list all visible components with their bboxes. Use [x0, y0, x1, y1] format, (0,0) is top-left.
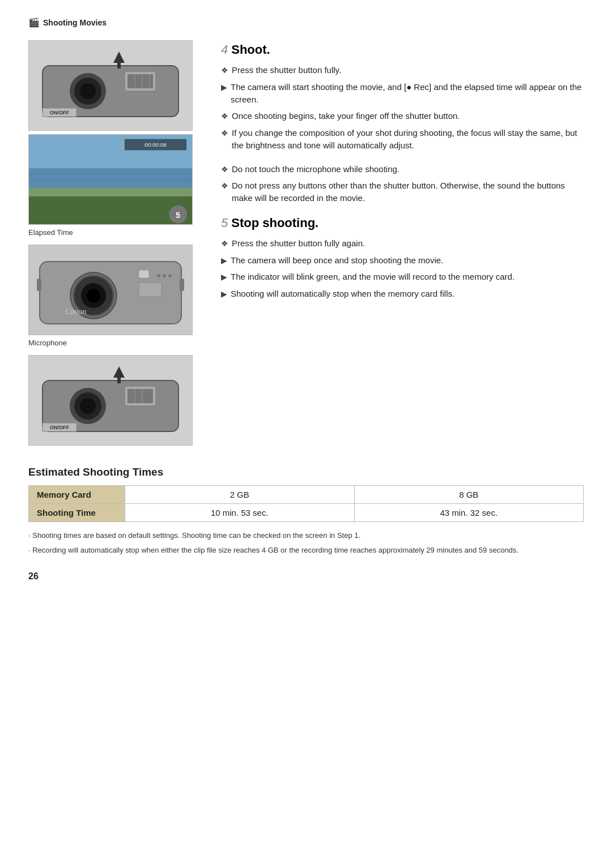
estimated-times-section: Estimated Shooting Times Memory Card 2 G…: [28, 466, 584, 555]
svg-text:Canon: Canon: [65, 307, 86, 316]
camera-front-view-image: Canon: [28, 245, 193, 335]
bullet-text-10: Shooting will automatically stop when th…: [231, 288, 584, 300]
page-header: 🎬 Shooting Movies: [28, 17, 584, 28]
microphone-caption: Microphone: [28, 339, 204, 347]
svg-marker-44: [113, 366, 125, 378]
svg-marker-5: [113, 52, 125, 63]
shoot-heading: 4 Shoot.: [221, 42, 584, 57]
bullet-item: ❖ Do not press any buttons other than th…: [221, 179, 584, 204]
svg-text:00:00:08: 00:00:08: [144, 142, 167, 148]
footnote-2: Recording will automatically stop when e…: [28, 545, 584, 556]
svg-point-35: [163, 274, 166, 277]
shoot-title: Shoot.: [231, 42, 270, 57]
svg-point-29: [87, 289, 100, 302]
svg-point-4: [80, 83, 96, 99]
landscape-photo-image: 00:00:08 5: [28, 134, 193, 225]
svg-rect-47: [128, 389, 153, 403]
bullet-icon-10: ▶: [221, 288, 227, 300]
bullet-item: ❖ Once shooting begins, take your finger…: [221, 110, 584, 122]
camera-bottom-svg: ON/OFF: [31, 358, 190, 443]
bullet-icon-9: ▶: [221, 271, 227, 283]
svg-point-34: [157, 274, 160, 277]
camera-bottom-view-image: ON/OFF: [28, 355, 193, 446]
stop-bullets: ❖ Press the shutter button fully again. …: [221, 237, 584, 300]
main-layout: ON/OFF 00:00:08 5 Ela: [28, 40, 584, 449]
landscape-svg: 00:00:08 5: [29, 134, 192, 225]
bullet-item: ❖ If you change the composition of your …: [221, 127, 584, 152]
bullet-item: ▶ The camera will start shooting the mov…: [221, 81, 584, 106]
bullet-icon-2: ▶: [221, 82, 227, 93]
bullet-text-8: The camera will beep once and stop shoot…: [231, 254, 584, 267]
bullet-item: ❖ Do not touch the microphone while shoo…: [221, 163, 584, 176]
table-row-memory: Memory Card 2 GB 8 GB: [29, 486, 584, 504]
table-row-shooting: Shooting Time 10 min. 53 sec. 43 min. 32…: [29, 504, 584, 522]
svg-point-36: [168, 274, 172, 277]
bullet-text-7: Press the shutter button fully again.: [232, 237, 584, 250]
right-column: 4 Shoot. ❖ Press the shutter button full…: [221, 40, 584, 449]
stop-number: 5: [221, 216, 228, 230]
svg-point-43: [80, 398, 96, 414]
bullet-icon-8: ▶: [221, 255, 227, 266]
time-8gb: 43 min. 32 sec.: [354, 504, 584, 522]
svg-rect-17: [29, 196, 192, 225]
bullet-icon-4: ❖: [221, 127, 228, 139]
svg-rect-8: [128, 74, 153, 88]
bullet-icon-5: ❖: [221, 164, 228, 175]
bullet-text-4: If you change the composition of your sh…: [232, 127, 584, 152]
elapsed-time-caption: Elapsed Time: [28, 228, 204, 237]
bullet-text-1: Press the shutter button fully.: [232, 64, 584, 76]
bullet-item: ▶ The camera will beep once and stop sho…: [221, 254, 584, 267]
bullet-icon-6: ❖: [221, 180, 228, 191]
microphone-section: ❖ Do not touch the microphone while shoo…: [221, 163, 584, 204]
camera-top-view-image: ON/OFF: [28, 40, 193, 131]
svg-rect-45: [117, 378, 121, 383]
bullet-icon-1: ❖: [221, 65, 228, 76]
memory-8gb: 8 GB: [354, 486, 584, 504]
time-2gb: 10 min. 53 sec.: [125, 504, 355, 522]
shooting-times-table: Memory Card 2 GB 8 GB Shooting Time 10 m…: [28, 485, 584, 522]
svg-rect-6: [117, 63, 121, 69]
shoot-number: 4: [221, 42, 228, 57]
page-number: 26: [28, 571, 584, 581]
bullet-item: ❖ Press the shutter button fully.: [221, 64, 584, 76]
microphone-bullets: ❖ Do not touch the microphone while shoo…: [221, 163, 584, 204]
stop-title: Stop shooting.: [231, 216, 318, 230]
bullet-icon-3: ❖: [221, 110, 228, 122]
svg-rect-31: [139, 270, 149, 278]
footnote-1: Shooting times are based on default sett…: [28, 530, 584, 541]
bullet-item: ▶ The indicator will blink green, and th…: [221, 271, 584, 283]
bullet-text-9: The indicator will blink green, and the …: [231, 271, 584, 283]
shooting-time-label: Shooting Time: [29, 504, 125, 522]
shoot-bullets: ❖ Press the shutter button fully. ▶ The …: [221, 64, 584, 152]
svg-rect-38: [180, 279, 184, 291]
bullet-text-2: The camera will start shooting the movie…: [231, 81, 584, 106]
bullet-text-3: Once shooting begins, take your finger o…: [232, 110, 584, 122]
svg-text:ON/OFF: ON/OFF: [50, 110, 69, 116]
svg-text:5: 5: [176, 211, 180, 220]
svg-rect-37: [37, 279, 41, 291]
movie-icon: 🎬: [28, 17, 40, 28]
bullet-item: ❖ Press the shutter button fully again.: [221, 237, 584, 250]
memory-2gb: 2 GB: [125, 486, 355, 504]
bullet-text-5: Do not touch the microphone while shooti…: [232, 163, 584, 176]
left-column: ON/OFF 00:00:08 5 Ela: [28, 40, 204, 449]
bullet-icon-7: ❖: [221, 238, 228, 249]
memory-card-label: Memory Card: [29, 486, 125, 504]
page-header-title: Shooting Movies: [43, 18, 107, 27]
estimated-times-title: Estimated Shooting Times: [28, 466, 584, 478]
svg-rect-32: [139, 283, 162, 297]
bullet-text-6: Do not press any buttons other than the …: [232, 179, 584, 204]
bullet-item: ▶ Shooting will automatically stop when …: [221, 288, 584, 300]
svg-text:ON/OFF: ON/OFF: [50, 425, 69, 430]
camera-front-svg: Canon: [31, 247, 190, 332]
camera-top-svg: ON/OFF: [31, 43, 190, 128]
stop-heading: 5 Stop shooting.: [221, 216, 584, 230]
